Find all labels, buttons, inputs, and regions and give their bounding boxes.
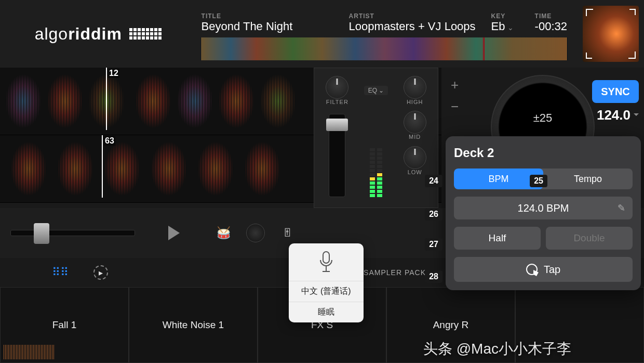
mid-label: MID [404, 134, 426, 140]
pitch-range: ±25 [533, 111, 553, 125]
metronome-icon[interactable]: 🎚 [277, 223, 298, 243]
cue-marker[interactable]: 63 [104, 136, 115, 146]
logo-bold: riddim [68, 24, 122, 44]
bpm-value-field[interactable]: 124.0 BPM ✎ [454, 197, 633, 219]
logo-prefix: algo [35, 24, 69, 44]
pitch-minus-icon[interactable]: − [451, 99, 459, 115]
low-label: LOW [404, 169, 426, 175]
track-info: TITLE Beyond The Night ARTIST Loopmaster… [191, 7, 578, 60]
half-button[interactable]: Half [454, 227, 541, 250]
title-label: TITLE [202, 12, 337, 20]
edit-icon[interactable]: ✎ [618, 202, 625, 214]
low-knob[interactable] [404, 146, 426, 169]
grid-tab-icon[interactable]: ⠿⠿ [52, 266, 69, 279]
tap-button[interactable]: Tap [454, 257, 633, 282]
crossfader[interactable] [10, 230, 135, 236]
album-artwork[interactable] [583, 6, 639, 62]
voice-input-popup: 中文 (普通话) 睡眠 [289, 243, 364, 322]
mixer-panel: FILTER EQ ⌄ HIGH MID LOW [314, 68, 438, 208]
microphone-icon[interactable] [289, 243, 364, 281]
callout-badge: 26 [425, 208, 442, 221]
cue-marker[interactable]: 12 [108, 69, 119, 78]
time-label: TIME [535, 12, 567, 20]
eq-dropdown[interactable]: EQ ⌄ [364, 86, 388, 95]
chevron-down-icon: ⌄ [507, 23, 514, 32]
high-label: HIGH [404, 99, 426, 105]
key-label: KEY [491, 12, 522, 20]
channel-fader[interactable] [329, 114, 345, 197]
deck2-popover: Deck 2 BPM Tempo 124.0 BPM ✎ Half Double… [446, 136, 641, 290]
mid-knob[interactable] [404, 111, 426, 134]
pitch-plus-icon[interactable]: + [451, 77, 459, 93]
vu-meter [370, 114, 382, 197]
filter-knob[interactable] [326, 76, 348, 99]
tempo-segment[interactable]: Tempo [543, 168, 633, 189]
track-artist: Loopmasters + VJ Loops [349, 20, 479, 33]
callout-badge: 27 [425, 238, 442, 251]
artist-label: ARTIST [349, 12, 479, 20]
fx-knob[interactable] [246, 224, 265, 242]
voice-sleep[interactable]: 睡眠 [289, 302, 364, 322]
filter-label: FILTER [326, 99, 348, 105]
tap-icon [526, 264, 538, 275]
svg-rect-0 [323, 252, 329, 263]
automix-tab-icon[interactable]: ▸ [93, 265, 108, 280]
play-button[interactable] [168, 226, 180, 240]
high-knob[interactable] [404, 76, 426, 99]
logo-grid-icon [129, 28, 162, 40]
drums-icon[interactable]: 🥁 [213, 223, 234, 243]
watermark-text: 头条 @Mac小小木子李 [423, 339, 571, 359]
sync-button[interactable]: SYNC [592, 80, 639, 103]
sample-pad[interactable]: Fall 1 [0, 287, 129, 363]
app-logo: algoriddim [5, 24, 191, 44]
callout-badge: 24 [425, 175, 442, 187]
header: algoriddim TITLE Beyond The Night ARTIST… [0, 0, 644, 68]
track-key[interactable]: Eb⌄ [491, 20, 522, 33]
popover-title: Deck 2 [454, 146, 633, 160]
sampler-pack-label[interactable]: SAMPLER PACK [364, 268, 426, 277]
double-button[interactable]: Double [546, 227, 633, 250]
bpm-display[interactable]: 124.0 [597, 107, 639, 123]
callout-badge: 25 [530, 175, 547, 187]
track-time: -00:32 [535, 20, 567, 33]
voice-language[interactable]: 中文 (普通话) [289, 281, 364, 302]
sample-pad[interactable]: White Noise 1 [129, 287, 258, 363]
track-title[interactable]: Beyond The Night [202, 20, 337, 33]
callout-badge: 28 [425, 270, 442, 283]
overview-waveform[interactable] [202, 37, 567, 60]
